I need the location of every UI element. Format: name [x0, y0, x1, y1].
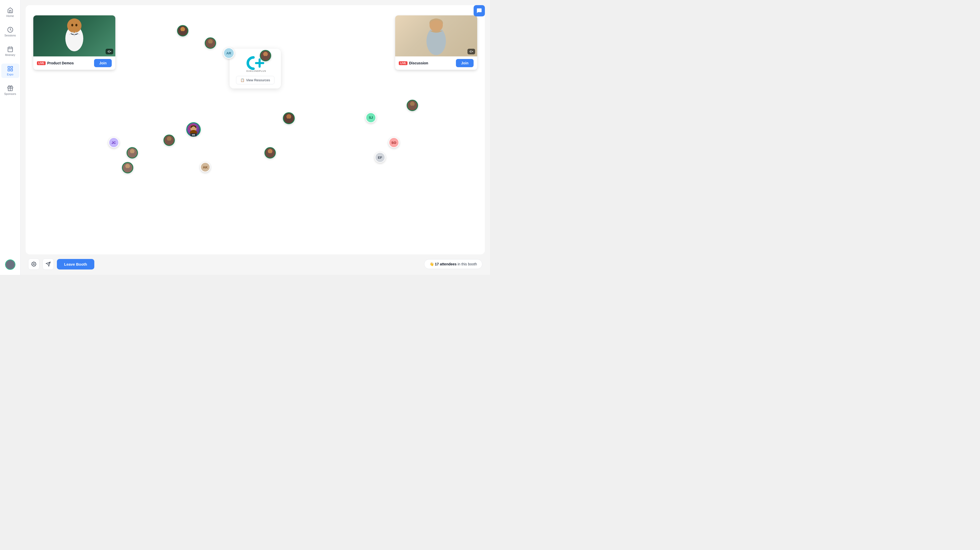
booth-area: LIVE Product Demos Join [25, 5, 485, 254]
session-title-discussion: LIVE Discussion [399, 61, 428, 65]
sidebar-label-home: Home [6, 14, 14, 18]
session-card-discussion: LIVE Discussion Join [395, 15, 477, 70]
attendees-suffix: in this booth [458, 262, 477, 266]
svg-point-35 [285, 118, 292, 123]
session-footer-left: LIVE Product Demos Join [33, 56, 115, 70]
svg-point-28 [180, 27, 185, 32]
avatar-initials-jc: JC [111, 141, 116, 145]
live-badge-discussion: LIVE [399, 61, 407, 65]
photo-avatar-8[interactable] [122, 162, 133, 173]
avatar-initials-ar: AR [226, 51, 231, 55]
bottom-toolbar: Leave Booth 👋 17 attendees in this booth [25, 258, 485, 270]
session-title-product-demos: LIVE Product Demos [37, 61, 74, 65]
svg-point-43 [124, 168, 131, 172]
avatar-initials-ak: AK [203, 166, 208, 169]
mute-button-left[interactable] [106, 49, 113, 54]
svg-point-32 [263, 52, 268, 56]
attendees-count: 17 attendees [435, 262, 457, 266]
photo-avatar-7[interactable] [264, 147, 276, 158]
sidebar-item-home[interactable]: Home [1, 5, 19, 19]
video-bg-woman [395, 15, 477, 56]
join-button-discussion[interactable]: Join [456, 59, 474, 67]
avatar-sj[interactable]: SJ [366, 112, 376, 123]
attendees-emoji: 👋 [430, 262, 434, 266]
avatar-ak[interactable]: AK [200, 162, 210, 172]
main-content: LIVE Product Demos Join [21, 0, 490, 275]
mute-button-right[interactable] [468, 49, 475, 54]
photo-avatar-4[interactable] [283, 112, 295, 124]
sidebar-item-sessions[interactable]: Sessions [1, 25, 19, 39]
sidebar-label-itinerary: Itinerary [5, 53, 15, 56]
session-card-product-demos: LIVE Product Demos Join [33, 15, 115, 70]
svg-point-34 [286, 114, 291, 119]
notification-button[interactable] [474, 5, 485, 16]
sidebar: Home Sessions Itinerary Expo [0, 0, 21, 275]
attendees-badge: 👋 17 attendees in this booth [424, 259, 482, 269]
svg-rect-7 [11, 69, 13, 71]
svg-point-42 [125, 164, 130, 169]
settings-button[interactable] [28, 258, 40, 270]
svg-rect-8 [8, 69, 10, 71]
view-resources-icon: 📋 [240, 78, 245, 82]
photo-avatar-5[interactable] [127, 147, 138, 158]
view-resources-label: View Resources [246, 78, 270, 82]
svg-point-13 [71, 24, 73, 26]
photo-avatar-9[interactable] [407, 100, 418, 111]
svg-point-12 [67, 19, 81, 33]
svg-rect-1 [8, 47, 13, 52]
svg-point-31 [207, 43, 213, 48]
avatar-initials-sj: SJ [369, 116, 373, 120]
svg-rect-5 [8, 66, 10, 68]
svg-point-14 [75, 24, 77, 26]
svg-point-46 [33, 264, 35, 265]
me-label: ME [191, 133, 197, 136]
sidebar-item-sponsors[interactable]: Sponsors [1, 83, 19, 97]
avatar-jc[interactable]: JC [108, 137, 119, 148]
svg-point-30 [208, 39, 213, 44]
svg-point-33 [262, 56, 269, 60]
leave-booth-button[interactable]: Leave Booth [57, 259, 94, 269]
avatar-ef[interactable]: EF [375, 152, 385, 163]
svg-point-29 [180, 31, 186, 35]
svg-point-36 [130, 149, 135, 154]
sidebar-item-expo[interactable]: Expo [1, 64, 19, 78]
sidebar-item-itinerary[interactable]: Itinerary [1, 44, 19, 59]
svg-rect-6 [11, 66, 13, 68]
svg-point-38 [167, 136, 172, 141]
live-badge-product-demos: LIVE [37, 61, 46, 65]
sponsor-card: OAKLANDPLUS 📋 View Resources [230, 49, 281, 88]
join-button-product-demos[interactable]: Join [94, 59, 112, 67]
session-footer-right: LIVE Discussion Join [395, 56, 477, 70]
photo-avatar-6[interactable] [164, 135, 175, 146]
sidebar-label-sponsors: Sponsors [4, 92, 16, 96]
sidebar-label-sessions: Sessions [4, 34, 16, 37]
svg-point-45 [409, 106, 415, 110]
view-resources-button[interactable]: 📋 View Resources [236, 76, 274, 84]
user-avatar[interactable] [5, 260, 15, 270]
svg-point-37 [129, 153, 135, 158]
location-button[interactable] [43, 258, 54, 270]
svg-point-40 [268, 149, 272, 154]
sidebar-label-expo: Expo [7, 73, 13, 76]
photo-avatar-3[interactable] [260, 50, 271, 61]
session-video-product-demos [33, 15, 115, 56]
video-bg-doctor [33, 15, 115, 56]
svg-point-44 [410, 102, 415, 106]
svg-text:OAKLANDPLUS: OAKLANDPLUS [246, 70, 266, 72]
svg-point-39 [166, 140, 172, 145]
session-video-discussion [395, 15, 477, 56]
avatar-ar[interactable]: AR [223, 48, 234, 59]
avatar-so[interactable]: SO [388, 137, 399, 148]
avatar-initials-so: SO [391, 141, 396, 145]
photo-avatar-1[interactable] [177, 25, 188, 37]
avatar-initials-ef: EF [378, 156, 382, 159]
photo-avatar-2[interactable] [205, 37, 216, 49]
svg-marker-15 [108, 51, 109, 53]
svg-point-41 [267, 153, 273, 158]
avatar-me[interactable]: ME [186, 122, 200, 137]
svg-marker-20 [470, 51, 471, 53]
